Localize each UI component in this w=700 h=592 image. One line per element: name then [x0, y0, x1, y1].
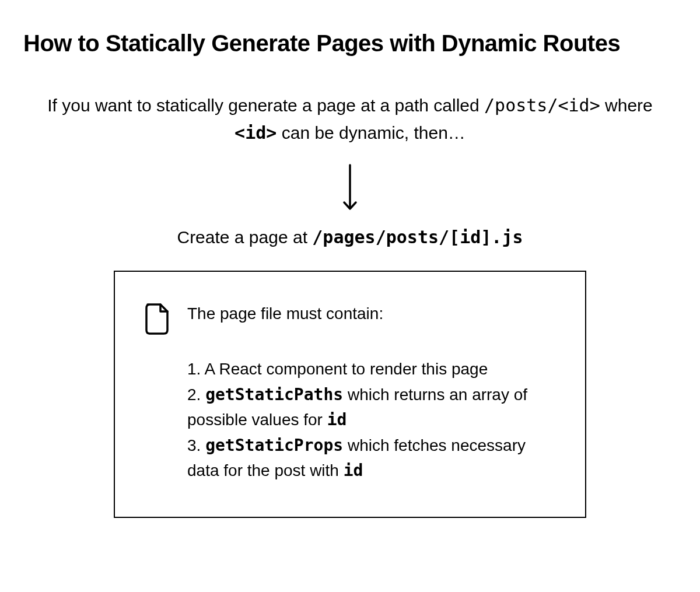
box-heading: The page file must contain:	[187, 301, 551, 326]
list-item: 3. getStaticProps which fetches necessar…	[187, 433, 551, 484]
item-num: 3.	[187, 436, 201, 454]
item-before	[201, 436, 205, 454]
box-content: The page file must contain: 1. A React c…	[187, 301, 551, 483]
item-code2: id	[344, 461, 363, 480]
file-icon	[144, 303, 170, 337]
item-num: 2.	[187, 386, 201, 404]
item-num: 1.	[187, 360, 201, 378]
item-text: A React component to render this page	[201, 360, 488, 378]
intro-id-code: <id>	[235, 122, 276, 143]
intro-paragraph: If you want to statically generate a pag…	[35, 92, 665, 146]
arrow-down-icon	[342, 164, 358, 211]
intro-text-before: If you want to statically generate a pag…	[47, 96, 484, 115]
intro-path-code: /posts/<id>	[484, 95, 600, 115]
requirements-box: The page file must contain: 1. A React c…	[114, 271, 586, 518]
arrow-down-container	[23, 164, 677, 211]
create-path-code: /pages/posts/[id].js	[312, 227, 523, 247]
page-title: How to Statically Generate Pages with Dy…	[23, 29, 677, 57]
intro-text-after: can be dynamic, then…	[276, 123, 466, 142]
create-page-line: Create a page at /pages/posts/[id].js	[23, 227, 677, 247]
create-text: Create a page at	[177, 227, 312, 247]
item-before	[201, 386, 205, 404]
list-item: 1. A React component to render this page	[187, 356, 551, 381]
list-item: 2. getStaticPaths which returns an array…	[187, 382, 551, 433]
intro-text-where: where	[600, 96, 653, 115]
item-code: getStaticProps	[205, 436, 343, 455]
item-code: getStaticPaths	[205, 385, 343, 404]
requirements-list: 1. A React component to render this page…	[187, 356, 551, 483]
item-code2: id	[327, 410, 347, 429]
